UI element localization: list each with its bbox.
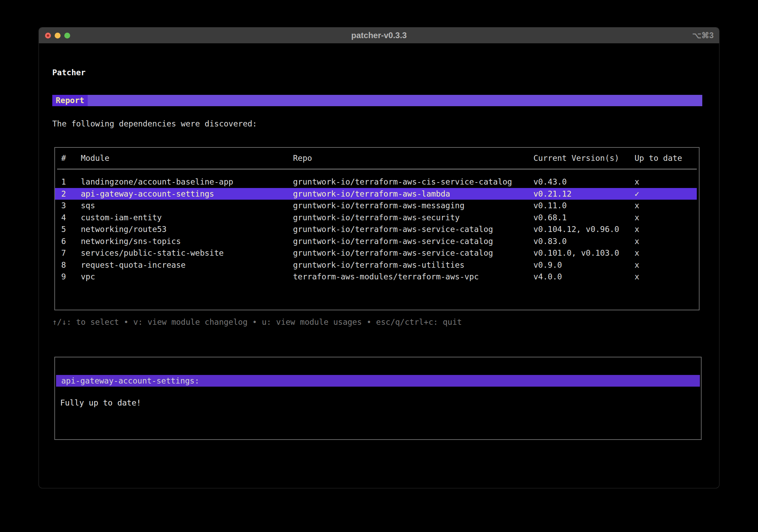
row-repo: gruntwork-io/terraform-aws-utilities [293,259,533,271]
intro-text: The following dependencies were discover… [52,119,257,128]
row-number: 1 [61,176,81,188]
row-number: 7 [61,247,81,259]
minimize-button[interactable] [55,33,61,38]
help-bar: ↑/↓: to select • v: view module changelo… [52,318,462,326]
modified-dot-icon [47,34,49,37]
col-header-version: Current Version(s) [533,153,635,163]
table-row[interactable]: 7 services/public-static-website gruntwo… [55,247,697,259]
dependency-table: # Module Repo Current Version(s) Up to d… [54,147,700,310]
row-version: v0.21.12 [533,188,635,200]
row-uptodate-mark: x [635,259,697,271]
window-shortcut-badge: ⌥⌘3 [692,27,714,43]
table-row[interactable]: 4 custom-iam-entity gruntwork-io/terrafo… [55,212,697,224]
traffic-lights [39,33,70,38]
row-number: 5 [61,223,81,235]
row-uptodate-mark: x [635,271,697,283]
table-row[interactable]: 9 vpc terraform-aws-modules/terraform-aw… [55,271,697,283]
row-number: 8 [61,259,81,271]
col-header-uptodate: Up to date [635,153,697,163]
report-banner: Report [52,95,702,106]
row-uptodate-mark: x [635,235,697,247]
row-number: 2 [61,188,81,200]
table-row[interactable]: 2 api-gateway-account-settings gruntwork… [55,188,697,200]
col-header-module: Module [81,153,293,163]
row-uptodate-mark: x [635,247,697,259]
row-module: custom-iam-entity [81,212,293,224]
col-header-num: # [61,153,81,163]
table-row[interactable]: 1 landingzone/account-baseline-app grunt… [55,176,697,188]
col-header-repo: Repo [293,153,533,163]
table-row[interactable]: 5 networking/route53 gruntwork-io/terraf… [55,223,697,235]
row-module: landingzone/account-baseline-app [81,176,293,188]
row-repo: gruntwork-io/terraform-aws-lambda [293,188,533,200]
header-separator [57,169,697,169]
row-module: request-quota-increase [81,259,293,271]
row-version: v0.68.1 [533,212,635,224]
table-row[interactable]: 8 request-quota-increase gruntwork-io/te… [55,259,697,271]
row-module: networking/sns-topics [81,235,293,247]
detail-body: Fully up to date! [55,398,701,407]
tab-report[interactable]: Report [52,95,88,106]
row-repo: terraform-aws-modules/terraform-aws-vpc [293,271,533,283]
row-version: v4.0.0 [533,271,635,283]
row-uptodate-mark: x [635,223,697,235]
row-repo: gruntwork-io/terraform-aws-service-catal… [293,223,533,235]
row-repo: gruntwork-io/terraform-aws-service-catal… [293,235,533,247]
row-number: 3 [61,200,81,212]
row-version: v0.11.0 [533,200,635,212]
row-version: v0.101.0, v0.103.0 [533,247,635,259]
row-number: 6 [61,235,81,247]
app-window: patcher-v0.3.3 ⌥⌘3 Patcher Report The fo… [39,27,719,488]
table-row[interactable]: 6 networking/sns-topics gruntwork-io/ter… [55,235,697,247]
row-number: 9 [61,271,81,283]
row-repo: gruntwork-io/terraform-aws-cis-service-c… [293,176,533,188]
titlebar[interactable]: patcher-v0.3.3 ⌥⌘3 [39,27,719,43]
table-row[interactable]: 3 sqs gruntwork-io/terraform-aws-messagi… [55,200,697,212]
table-rows: 1 landingzone/account-baseline-app grunt… [55,176,699,283]
row-version: v0.9.0 [533,259,635,271]
row-module: vpc [81,271,293,283]
row-module: services/public-static-website [81,247,293,259]
detail-panel: api-gateway-account-settings: Fully up t… [54,357,702,440]
row-uptodate-mark: x [635,212,697,224]
row-repo: gruntwork-io/terraform-aws-messaging [293,200,533,212]
row-module: networking/route53 [81,223,293,235]
row-version: v0.104.12, v0.96.0 [533,223,635,235]
terminal-content: Patcher Report The following dependencie… [39,43,719,488]
row-repo: gruntwork-io/terraform-aws-security [293,212,533,224]
zoom-button[interactable] [64,33,70,38]
row-repo: gruntwork-io/terraform-aws-service-catal… [293,247,533,259]
close-button[interactable] [45,33,51,38]
row-version: v0.43.0 [533,176,635,188]
app-heading: Patcher [52,68,86,77]
row-uptodate-mark: x [635,200,697,212]
row-uptodate-mark: ✓ [635,188,697,200]
table-header-row: # Module Repo Current Version(s) Up to d… [55,153,697,163]
row-version: v0.83.0 [533,235,635,247]
row-number: 4 [61,212,81,224]
row-uptodate-mark: x [635,176,697,188]
row-module: sqs [81,200,293,212]
window-title: patcher-v0.3.3 [39,27,719,43]
detail-title-bar: api-gateway-account-settings: [56,375,700,387]
row-module: api-gateway-account-settings [81,188,293,200]
